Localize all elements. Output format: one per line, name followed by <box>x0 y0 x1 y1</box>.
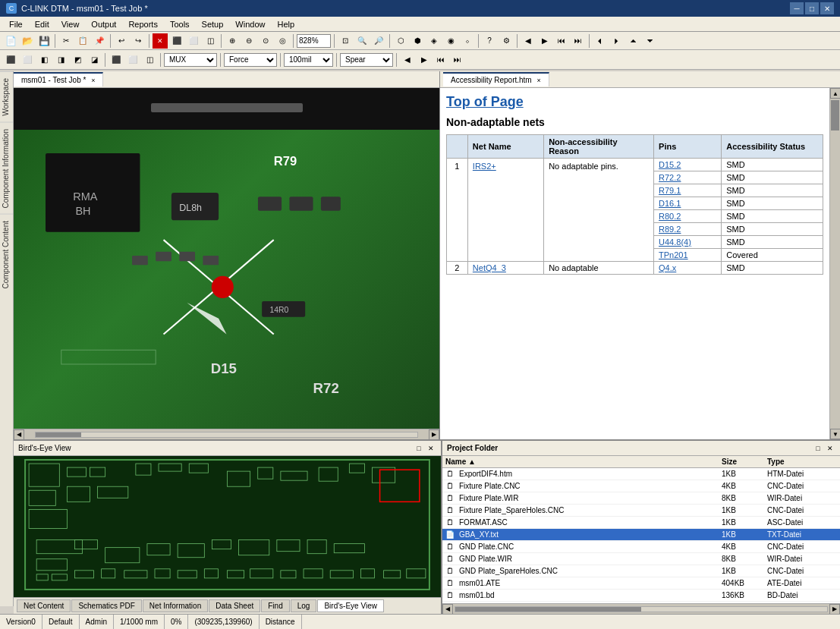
report-tab-close[interactable]: × <box>536 77 540 84</box>
vscroll-thumb[interactable] <box>831 100 839 131</box>
birds-eye-float[interactable]: □ <box>414 443 424 454</box>
project-float[interactable]: □ <box>813 443 823 454</box>
tb2-btn7[interactable]: ⬛ <box>109 52 124 68</box>
tb-btn3[interactable]: ⬜ <box>186 33 201 49</box>
pin-link-r791[interactable]: R79.1 <box>659 186 681 195</box>
pin-link-u44[interactable]: U44.8(4) <box>659 237 691 247</box>
sidebar-workspace[interactable]: Workspace <box>0 71 13 122</box>
tb2-end2[interactable]: ▶ <box>417 52 432 68</box>
window-controls[interactable]: ─ □ ✕ <box>790 2 834 14</box>
tb-cut[interactable]: ✂ <box>58 33 74 49</box>
report-title[interactable]: Top of Page <box>446 94 823 110</box>
tab-schematics[interactable]: Schematics PDF <box>71 599 141 612</box>
pin-link-d152[interactable]: D15.2 <box>659 160 681 169</box>
tb-btn7[interactable]: ⊙ <box>258 33 273 49</box>
list-item[interactable]: 🗒 Fixture Plate_SpareHoles.CNC 1KB CNC-D… <box>442 505 840 517</box>
tb-save[interactable]: 💾 <box>36 33 52 49</box>
tb2-btn6[interactable]: ◪ <box>87 52 102 68</box>
list-item[interactable]: 🗒 msm01.bd 136KB BD-Datei <box>442 590 840 602</box>
close-button[interactable]: ✕ <box>820 2 834 14</box>
tab-net-info[interactable]: Net Information <box>143 599 208 612</box>
tb2-end4[interactable]: ⏭ <box>450 52 465 68</box>
col-size[interactable]: Size <box>719 456 764 467</box>
spear-select[interactable]: Spear <box>340 53 393 67</box>
tb2-btn2[interactable]: ⬜ <box>20 52 35 68</box>
menu-window[interactable]: Window <box>229 18 271 30</box>
tb-redo[interactable]: ↪ <box>131 33 146 49</box>
list-item[interactable]: 📄 GBA_XY.txt 1KB TXT-Datei <box>442 529 840 541</box>
menu-edit[interactable]: Edit <box>29 18 55 30</box>
tb-btn8[interactable]: ◎ <box>275 33 290 49</box>
proj-scroll-right[interactable]: ▶ <box>829 604 840 615</box>
menu-setup[interactable]: Setup <box>196 18 230 30</box>
force-select[interactable]: Force <box>224 53 277 67</box>
pcb-tab[interactable]: msm01 - Test Job * × <box>14 72 103 86</box>
tb-btn1[interactable]: ✕ <box>153 33 168 49</box>
pin-link-tpn201[interactable]: TPn201 <box>659 250 688 259</box>
pin-link-r802[interactable]: R80.2 <box>659 212 681 221</box>
menu-tools[interactable]: Tools <box>164 18 196 30</box>
list-item[interactable]: 🗒 FORMAT.ASC 1KB ASC-Datei <box>442 517 840 529</box>
tb-extra3[interactable]: ◈ <box>426 33 442 49</box>
tb-paste[interactable]: 📌 <box>92 33 107 49</box>
proj-scroll-track[interactable] <box>455 606 828 612</box>
tb-nav3[interactable]: ⏮ <box>554 33 569 49</box>
tb2-btn1[interactable]: ⬛ <box>3 52 18 68</box>
zoom-input[interactable]: 828% <box>297 34 331 48</box>
pin-link-d161[interactable]: D16.1 <box>659 199 681 208</box>
tb-btn4[interactable]: ◫ <box>203 33 218 49</box>
report-vscroll[interactable]: ▲ ▼ <box>829 88 840 439</box>
tb-nav7[interactable]: ⏶ <box>626 33 641 49</box>
pcb-scroll-x[interactable]: ◀ ▶ <box>14 429 439 439</box>
tb-btn5[interactable]: ⊕ <box>225 33 240 49</box>
tab-birds-eye[interactable]: Bird's-Eye View <box>317 599 384 612</box>
tb2-btn8[interactable]: ⬜ <box>125 52 140 68</box>
col-name[interactable]: Name ▲ <box>442 456 719 467</box>
sidebar-component-content[interactable]: Component Content <box>0 214 13 295</box>
tb2-btn5[interactable]: ◩ <box>70 52 85 68</box>
tb-zoom-in[interactable]: 🔍 <box>354 33 370 49</box>
tab-log[interactable]: Log <box>291 599 317 612</box>
mil-select[interactable]: 100mil <box>284 53 333 67</box>
tb-undo[interactable]: ↩ <box>114 33 129 49</box>
proj-scroll-thumb[interactable] <box>455 607 641 612</box>
tb2-btn3[interactable]: ◧ <box>36 52 52 68</box>
minimize-button[interactable]: ─ <box>790 2 804 14</box>
col-type[interactable]: Type <box>764 456 840 467</box>
tb-nav4[interactable]: ⏭ <box>571 33 586 49</box>
list-item[interactable]: 🗒 Fixture Plate.CNC 4KB CNC-Datei <box>442 480 840 492</box>
menu-view[interactable]: View <box>55 18 86 30</box>
tb-nav1[interactable]: ◀ <box>521 33 536 49</box>
pin-link-r892[interactable]: R89.2 <box>659 225 681 234</box>
tb-btn6[interactable]: ⊖ <box>241 33 256 49</box>
scroll-thumb-x[interactable] <box>36 432 81 437</box>
project-close[interactable]: ✕ <box>825 443 835 454</box>
vscroll-up[interactable]: ▲ <box>830 88 840 99</box>
report-tab[interactable]: Accessibility Report.htm × <box>443 72 549 86</box>
pcb-view[interactable]: RMA BH R79 DL8h <box>14 88 439 429</box>
net-link-netq4[interactable]: NetQ4_3 <box>473 263 506 272</box>
vscroll-track[interactable] <box>830 99 840 429</box>
list-item[interactable]: 🗒 ExportDIF4.htm 1KB HTM-Datei <box>442 468 840 480</box>
tb2-end3[interactable]: ⏮ <box>433 52 448 68</box>
list-item[interactable]: 🗒 GND Plate.CNC 4KB CNC-Datei <box>442 541 840 553</box>
list-item[interactable]: 🗒 msm01.ATE 404KB ATE-Datei <box>442 577 840 590</box>
tab-net-content[interactable]: Net Content <box>17 599 71 612</box>
scroll-left[interactable]: ◀ <box>14 429 24 440</box>
tb-extra5[interactable]: ⬦ <box>460 33 475 49</box>
tb-q2[interactable]: ⚙ <box>499 33 514 49</box>
pin-link-q4[interactable]: Q4.x <box>659 263 676 272</box>
list-item[interactable]: 🗒 Fixture Plate.WIR 8KB WIR-Datei <box>442 492 840 505</box>
tb-nav6[interactable]: ⏵ <box>609 33 624 49</box>
tb2-end1[interactable]: ◀ <box>400 52 415 68</box>
pcb-tab-close[interactable]: × <box>91 77 95 84</box>
tb-zoom-out[interactable]: 🔎 <box>371 33 386 49</box>
tb-nav8[interactable]: ⏷ <box>643 33 658 49</box>
birds-eye-close[interactable]: ✕ <box>426 443 436 454</box>
mux-select[interactable]: MUX <box>164 53 217 67</box>
scroll-right[interactable]: ▶ <box>429 429 439 440</box>
menu-file[interactable]: File <box>3 18 29 30</box>
net-link-irs2[interactable]: IRS2+ <box>473 162 496 171</box>
list-item[interactable]: 🗒 GND Plate.WIR 8KB WIR-Datei <box>442 553 840 565</box>
tb2-btn9[interactable]: ◫ <box>142 52 157 68</box>
